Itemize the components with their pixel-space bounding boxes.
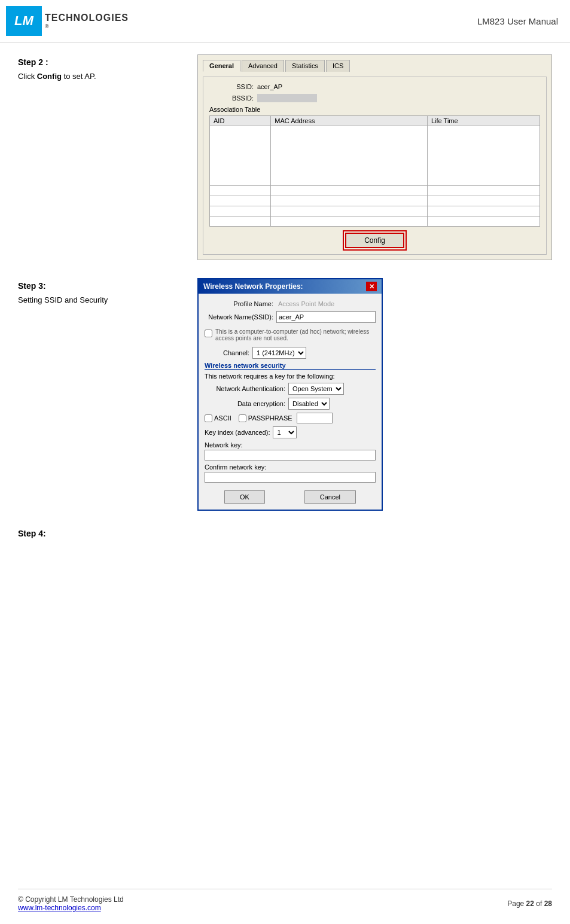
tab-advanced[interactable]: Advanced <box>242 60 284 72</box>
footer-page-text: Page <box>507 899 526 908</box>
network-name-row: Network Name(SSID): <box>205 311 376 323</box>
cancel-button[interactable]: Cancel <box>304 490 356 504</box>
network-auth-row: Network Authentication: Open System <box>205 383 376 395</box>
step3-heading: Step 3: <box>18 281 185 291</box>
footer-page-num: 22 <box>526 899 534 908</box>
config-btn-row: Config <box>209 233 540 248</box>
channel-row: Channel: 1 (2412MHz) <box>205 347 376 359</box>
channel-label: Channel: <box>205 349 252 356</box>
table-header-mac: MAC Address <box>271 116 428 126</box>
footer-left: © Copyright LM Technologies Ltd www.lm-t… <box>18 895 124 912</box>
logo-area: LM TECHNOLOGIES ® <box>6 6 129 36</box>
key-index-select[interactable]: 1 <box>273 426 297 438</box>
bssid-label: BSSID: <box>209 94 257 102</box>
dialog-tabs: General Advanced Statistics ICS <box>203 60 547 72</box>
step2-text: Step 2 : Click Config to set AP. <box>18 54 185 81</box>
confirm-key-label: Confirm network key: <box>205 463 376 471</box>
table-row <box>210 216 540 227</box>
config-button[interactable]: Config <box>345 233 404 248</box>
channel-select[interactable]: 1 (2412MHz) <box>252 347 306 359</box>
table-cell-mac <box>271 216 428 227</box>
step2-dialog: General Advanced Statistics ICS SSID: ac… <box>197 54 552 260</box>
footer-website[interactable]: www.lm-technologies.com <box>18 904 101 912</box>
table-cell-lifetime <box>427 206 539 216</box>
page: LM TECHNOLOGIES ® LM823 User Manual Step… <box>0 0 570 924</box>
network-key-label: Network key: <box>205 441 376 449</box>
assoc-table-label: Association Table <box>209 106 540 113</box>
passphrase-label: PASSPHRASE <box>248 414 292 422</box>
bssid-value <box>257 94 317 102</box>
table-row <box>210 186 540 196</box>
passphrase-input[interactable] <box>297 413 333 423</box>
page-footer: © Copyright LM Technologies Ltd www.lm-t… <box>18 889 552 912</box>
ascii-passphrase-row: ASCII PASSPHRASE <box>205 413 376 423</box>
adhoc-checkbox-row: This is a computer-to-computer (ad hoc) … <box>205 326 376 344</box>
footer-page-total: 28 <box>544 899 552 908</box>
table-cell-lifetime <box>427 186 539 196</box>
wireless-dialog-title: Wireless Network Properties: <box>203 282 303 291</box>
ssid-value: acer_AP <box>257 83 282 90</box>
dialog-btn-row: OK Cancel <box>205 490 376 504</box>
logo-reg: ® <box>45 23 129 29</box>
key-index-row: Key index (advanced): 1 <box>205 426 376 438</box>
security-desc: This network requires a key for the foll… <box>205 373 376 380</box>
passphrase-checkbox[interactable] <box>239 414 246 422</box>
security-section-title: Wireless network security <box>205 362 376 370</box>
step2-click-text: Click <box>18 72 37 81</box>
ssid-label: SSID: <box>209 83 257 90</box>
step3-desc: Setting SSID and Security <box>18 295 185 304</box>
table-cell-lifetime <box>427 126 539 186</box>
step3-text: Step 3: Setting SSID and Security <box>18 278 185 304</box>
step2-desc: Click Config to set AP. <box>18 72 185 81</box>
table-cell-mac <box>271 206 428 216</box>
profile-name-row: Profile Name: Access Point Mode <box>205 300 376 308</box>
network-name-input[interactable] <box>276 311 376 323</box>
step3-screenshot: Wireless Network Properties: ✕ Profile N… <box>197 278 552 511</box>
step2-desc2: to set AP. <box>62 72 96 81</box>
dialog-content: SSID: acer_AP BSSID: Association Table <box>203 77 547 255</box>
adhoc-label: This is a computer-to-computer (ad hoc) … <box>215 328 376 341</box>
network-key-input[interactable] <box>205 450 376 461</box>
page-header: LM TECHNOLOGIES ® LM823 User Manual <box>0 0 570 42</box>
step2-screenshot: General Advanced Statistics ICS SSID: ac… <box>197 54 552 260</box>
step2-bold: Config <box>37 72 62 81</box>
table-header-lifetime: Life Time <box>427 116 539 126</box>
table-cell-aid <box>210 206 271 216</box>
table-row <box>210 196 540 206</box>
step2-row: Step 2 : Click Config to set AP. General… <box>18 54 552 260</box>
table-row <box>210 206 540 216</box>
step2-heading: Step 2 : <box>18 57 185 67</box>
tab-statistics[interactable]: Statistics <box>285 60 325 72</box>
close-button[interactable]: ✕ <box>366 282 377 291</box>
tab-ics[interactable]: ICS <box>326 60 350 72</box>
table-cell-mac <box>271 196 428 206</box>
association-table: AID MAC Address Life Time <box>209 115 540 227</box>
data-enc-row: Data encryption: Disabled <box>205 398 376 410</box>
table-cell-lifetime <box>427 216 539 227</box>
ok-button[interactable]: OK <box>224 490 265 504</box>
profile-name-label: Profile Name: <box>205 300 276 307</box>
table-cell-aid <box>210 216 271 227</box>
ssid-row: SSID: acer_AP <box>209 83 540 90</box>
tab-general[interactable]: General <box>203 60 240 72</box>
logo-brand: TECHNOLOGIES <box>45 13 129 23</box>
profile-name-value: Access Point Mode <box>276 300 376 308</box>
ascii-label: ASCII <box>214 414 231 422</box>
footer-page: Page 22 of 28 <box>507 899 552 908</box>
key-index-label: Key index (advanced): <box>205 429 273 436</box>
wireless-body: Profile Name: Access Point Mode Network … <box>199 294 382 510</box>
data-enc-label: Data encryption: <box>205 400 288 407</box>
data-enc-select[interactable]: Disabled <box>288 398 330 410</box>
ascii-checkbox[interactable] <box>205 414 212 422</box>
adhoc-checkbox[interactable] <box>205 330 212 337</box>
footer-page-of: of <box>534 899 544 908</box>
table-row <box>210 126 540 186</box>
confirm-key-input[interactable] <box>205 472 376 483</box>
network-auth-select[interactable]: Open System <box>288 383 344 395</box>
step4-heading: Step 4: <box>18 529 552 538</box>
step4-area: Step 4: <box>18 529 552 538</box>
bssid-row: BSSID: <box>209 94 540 102</box>
network-name-label: Network Name(SSID): <box>205 313 276 321</box>
table-header-aid: AID <box>210 116 271 126</box>
footer-copyright: © Copyright LM Technologies Ltd <box>18 895 124 904</box>
